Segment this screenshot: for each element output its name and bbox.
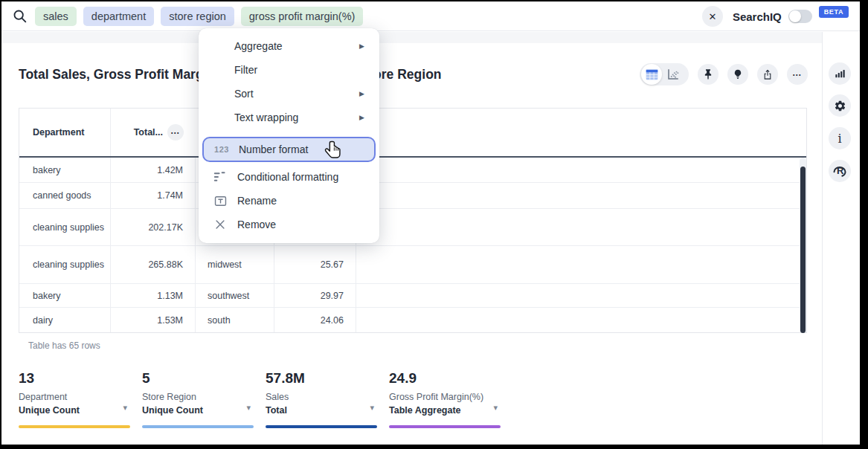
cell-store-region: midwest	[196, 246, 274, 283]
table-row[interactable]: canned goods 1.74M	[19, 183, 806, 209]
share-icon	[762, 68, 774, 80]
submenu-arrow-icon: ▶	[359, 114, 364, 121]
table-row[interactable]: bakery 1.13M southwest 29.97	[19, 284, 806, 308]
search-token-gross-profit-margin[interactable]: gross profit margin(%)	[241, 7, 364, 26]
sidebar-divider	[822, 32, 823, 445]
app-window: sales department store region gross prof…	[0, 0, 868, 449]
search-token-store-region[interactable]: store region	[161, 7, 234, 26]
cell-store-region: south	[196, 308, 274, 332]
summary-card-department: 13 Department Unique Count ▾	[19, 370, 130, 430]
menu-item-sort[interactable]: Sort▶	[199, 82, 379, 106]
cell-total-sales: 1.42M	[111, 158, 196, 182]
table-row[interactable]: cleaning supplies 202.17K	[19, 209, 806, 246]
cell-total-sales: 1.13M	[111, 284, 196, 307]
conditional-formatting-icon	[212, 170, 228, 184]
answer-toolbar: •••	[640, 63, 808, 85]
column-header-total-sales[interactable]: Total... •••	[111, 109, 196, 156]
summary-card-store-region: 5 Store Region Unique Count ▾	[142, 370, 254, 430]
table-row-count: Table has 65 rows	[28, 340, 100, 351]
menu-item-label: Number format	[239, 143, 308, 155]
menu-item-label: Conditional formatting	[237, 171, 338, 183]
pin-button[interactable]	[698, 64, 718, 85]
bar-chart-icon	[834, 68, 846, 80]
table-row[interactable]: cleaning supplies 265.88K midwest 25.67	[19, 246, 806, 284]
card-value: 13	[19, 370, 130, 387]
menu-item-label: Filter	[234, 64, 257, 76]
card-aggregation-select[interactable]: Unique Count	[142, 405, 254, 416]
table-scrollbar-thumb[interactable]	[800, 167, 806, 333]
ellipsis-icon: •••	[793, 72, 802, 77]
chart-mode-button[interactable]	[662, 63, 684, 85]
chevron-down-icon[interactable]: ▾	[123, 403, 127, 413]
info-panel-button[interactable]: i	[829, 127, 851, 149]
column-menu-button[interactable]: •••	[167, 124, 184, 140]
info-icon: i	[838, 132, 841, 146]
search-token-list: sales department store region gross prof…	[35, 7, 363, 26]
scatter-chart-icon	[666, 68, 680, 81]
cell-total-sales: 1.74M	[111, 183, 196, 208]
chevron-down-icon[interactable]: ▾	[370, 403, 374, 413]
remove-icon	[212, 219, 228, 230]
submenu-arrow-icon: ▶	[359, 42, 364, 50]
toggle-knob	[789, 10, 801, 22]
card-underline	[389, 425, 501, 428]
cell-total-sales: 202.17K	[111, 209, 196, 245]
card-label: Sales	[266, 392, 377, 402]
table-row[interactable]: dairy 1.53M south 24.06	[19, 308, 806, 332]
chart-panel-button[interactable]	[829, 62, 851, 85]
menu-item-filter[interactable]: Filter	[199, 58, 379, 82]
summary-card-margin: 24.9 Gross Profit Margin(%) Table Aggreg…	[389, 370, 501, 430]
settings-panel-button[interactable]	[829, 94, 851, 117]
menu-item-label: Remove	[237, 219, 276, 230]
summary-cards: 13 Department Unique Count ▾ 5 Store Reg…	[19, 370, 501, 430]
table-mode-button[interactable]	[641, 64, 662, 85]
pin-icon	[702, 68, 714, 80]
card-aggregation-select[interactable]: Table Aggregate	[389, 405, 501, 416]
card-underline	[19, 425, 130, 428]
menu-item-number-format[interactable]: 123 Number format	[202, 137, 376, 162]
chevron-down-icon[interactable]: ▾	[493, 403, 498, 413]
searchiq-label: SearchIQ	[733, 10, 782, 23]
chevron-down-icon[interactable]: ▾	[246, 403, 251, 413]
searchiq-toggle[interactable]	[788, 10, 812, 23]
table-row[interactable]: bakery 1.42M	[19, 158, 806, 183]
search-token-department[interactable]: department	[83, 7, 154, 26]
cell-department: cleaning supplies	[19, 209, 111, 245]
cell-department: bakery	[19, 284, 111, 307]
cell-department: cleaning supplies	[19, 246, 111, 283]
menu-item-conditional-formatting[interactable]: Conditional formatting	[199, 165, 379, 189]
menu-item-aggregate[interactable]: Aggregate▶	[199, 34, 379, 58]
menu-item-label: Rename	[237, 195, 277, 207]
beta-badge: BETA	[819, 6, 849, 18]
menu-item-label: Sort	[234, 88, 254, 100]
cell-margin: 25.67	[274, 246, 356, 283]
card-aggregation-select[interactable]: Total	[266, 405, 377, 416]
submenu-arrow-icon: ▶	[359, 90, 364, 97]
r-logo-icon: R	[832, 164, 847, 178]
cell-margin: 24.06	[274, 308, 356, 332]
card-aggregation-select[interactable]: Unique Count	[19, 405, 130, 416]
menu-item-remove[interactable]: Remove	[199, 213, 379, 236]
app-surface: sales department store region gross prof…	[1, 1, 860, 445]
search-token-sales[interactable]: sales	[35, 7, 77, 26]
menu-item-text-wrapping[interactable]: Text wrapping▶	[199, 106, 379, 129]
column-header-department[interactable]: Department	[19, 109, 111, 156]
r-analysis-button[interactable]: R	[829, 160, 851, 182]
menu-item-label: Aggregate	[234, 40, 283, 52]
number-format-icon: 123	[213, 145, 230, 154]
share-button[interactable]	[757, 64, 778, 85]
summary-card-sales: 57.8M Sales Total ▾	[266, 370, 377, 430]
insights-button[interactable]	[727, 64, 748, 85]
cell-total-sales: 265.88K	[111, 246, 196, 283]
close-icon[interactable]: ✕	[702, 6, 723, 27]
r-letter: R	[837, 165, 843, 176]
search-bar: sales department store region gross prof…	[1, 1, 860, 31]
display-mode-switch	[640, 63, 689, 85]
menu-item-rename[interactable]: Rename	[199, 189, 379, 213]
card-label: Gross Profit Margin(%)	[389, 392, 501, 402]
card-value: 5	[142, 370, 254, 387]
more-actions-button[interactable]: •••	[787, 64, 808, 85]
card-label: Store Region	[142, 392, 254, 402]
topbar-sub-strip	[1, 32, 822, 43]
table-header-row: Department Total... •••	[19, 109, 806, 158]
